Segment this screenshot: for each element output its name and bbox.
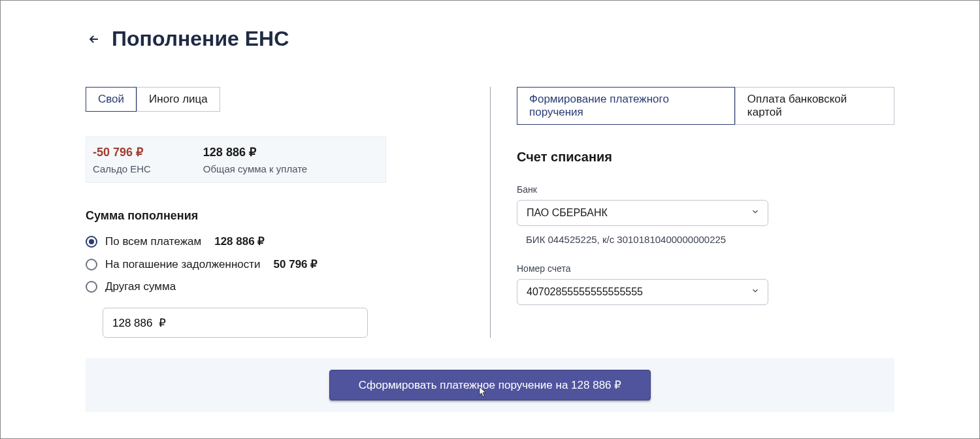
debit-account-title: Счет списания [517, 150, 894, 165]
radio-label: По всем платежам [105, 235, 201, 248]
saldo-label: Сальдо ЕНС [93, 163, 151, 174]
total-due-label: Общая сумма к уплате [203, 163, 307, 174]
bank-details-text: БИК 044525225, к/с 30101810400000000225 [517, 234, 894, 245]
owner-tabs: Свой Иного лица [86, 87, 464, 112]
radio-other-amount[interactable]: Другая сумма [86, 280, 464, 293]
total-due-block: 128 886 ₽ Общая сумма к уплате [203, 145, 307, 174]
content-columns: Свой Иного лица -50 796 ₽ Сальдо ЕНС 128… [86, 87, 894, 338]
account-number-label: Номер счета [517, 263, 894, 274]
bank-field-label: Банк [517, 184, 894, 195]
tab-bank-card[interactable]: Оплата банковской картой [735, 87, 894, 125]
chevron-down-icon [751, 207, 760, 219]
bank-select-value: ПАО СБЕРБАНК [527, 207, 608, 218]
page-header: Пополнение ЕНС [86, 27, 894, 51]
cursor-icon [479, 386, 488, 400]
radio-all-payments[interactable]: По всем платежам 128 886 ₽ [86, 235, 464, 248]
app-frame: Пополнение ЕНС Свой Иного лица -50 796 ₽… [0, 0, 980, 439]
account-number-select[interactable]: 40702855555555555555 [517, 279, 768, 305]
radio-amount: 128 886 ₽ [214, 235, 265, 248]
submit-button[interactable]: Сформировать платежное поручение на 128 … [329, 370, 651, 400]
tab-own[interactable]: Свой [86, 87, 137, 112]
radio-debt[interactable]: На погашение задолженности 50 796 ₽ [86, 257, 464, 271]
radio-icon [86, 281, 97, 293]
radio-label: Другая сумма [105, 280, 176, 293]
left-column: Свой Иного лица -50 796 ₽ Сальдо ЕНС 128… [86, 87, 490, 338]
amount-input[interactable] [103, 308, 368, 338]
amount-section-title: Сумма пополнения [86, 209, 464, 223]
radio-label: На погашение задолженности [105, 258, 261, 271]
tab-other-person[interactable]: Иного лица [137, 87, 220, 112]
radio-amount: 50 796 ₽ [274, 257, 318, 271]
chevron-down-icon [751, 286, 760, 298]
saldo-value: -50 796 ₽ [93, 145, 151, 159]
bank-select[interactable]: ПАО СБЕРБАНК [517, 200, 768, 226]
radio-icon [86, 236, 97, 248]
account-number-value: 40702855555555555555 [527, 286, 643, 297]
right-column: Формирование платежного поручения Оплата… [490, 87, 894, 338]
back-arrow-icon[interactable] [86, 31, 103, 48]
balance-summary: -50 796 ₽ Сальдо ЕНС 128 886 ₽ Общая сум… [86, 137, 386, 183]
radio-icon [86, 259, 97, 270]
payment-method-tabs: Формирование платежного поручения Оплата… [517, 87, 894, 125]
total-due-value: 128 886 ₽ [203, 145, 307, 159]
saldo-block: -50 796 ₽ Сальдо ЕНС [93, 145, 151, 174]
tab-payment-order[interactable]: Формирование платежного поручения [517, 87, 735, 125]
footer-action-bar: Сформировать платежное поручение на 128 … [86, 358, 894, 412]
page-title: Пополнение ЕНС [112, 27, 289, 51]
